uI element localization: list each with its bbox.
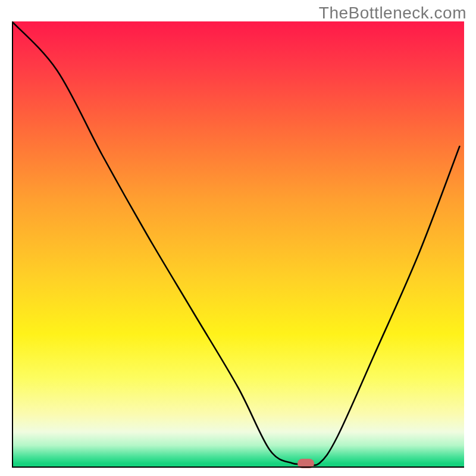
- watermark-text: TheBottleneck.com: [319, 4, 466, 23]
- y-axis: [12, 21, 13, 468]
- chart-frame: TheBottleneck.com: [0, 0, 476, 476]
- x-axis: [12, 466, 464, 468]
- bottleneck-curve: [12, 21, 464, 468]
- plot-area: [12, 21, 464, 468]
